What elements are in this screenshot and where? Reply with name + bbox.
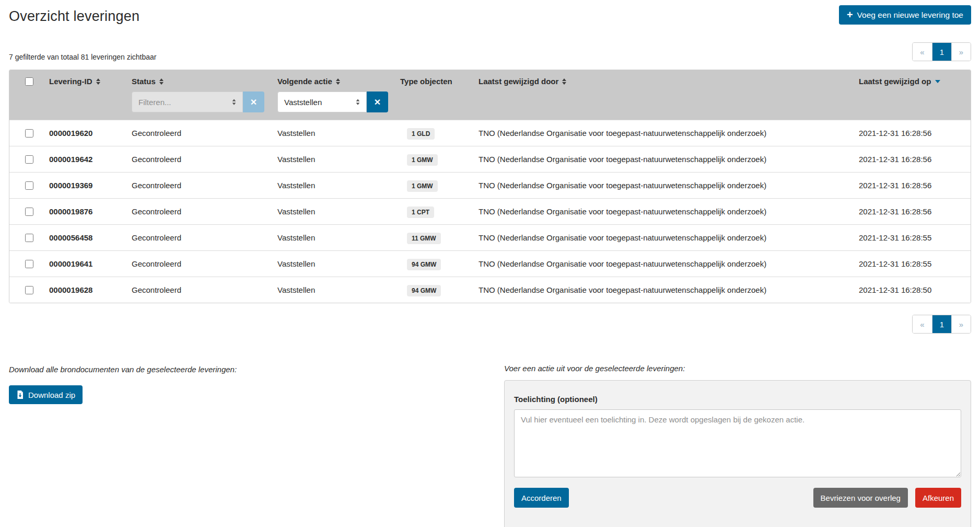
download-zip-button[interactable]: Download zip bbox=[9, 385, 83, 404]
pagination-next-button[interactable]: » bbox=[951, 43, 971, 61]
column-header-label: Laatst gewijzigd door bbox=[479, 77, 558, 86]
type-objecten-badge: 1 GMW bbox=[407, 154, 438, 166]
pagination-prev-button[interactable]: « bbox=[913, 315, 932, 333]
row-checkbox[interactable] bbox=[25, 260, 33, 268]
table-row[interactable]: 0000056458 Gecontroleerd Vaststellen 11 … bbox=[9, 224, 971, 250]
overzicht-leveringen-page: Overzicht leveringen + Voeg een nieuwe l… bbox=[0, 0, 980, 527]
download-note: Download alle brondocumenten van de gese… bbox=[9, 365, 504, 374]
pagination-bottom: « 1 » bbox=[912, 315, 971, 334]
table-row[interactable]: 0000019641 Gecontroleerd Vaststellen 94 … bbox=[9, 250, 971, 277]
download-section: Download alle brondocumenten van de gese… bbox=[9, 364, 504, 404]
type-objecten-cell: 1 GMW bbox=[400, 155, 479, 164]
row-checkbox[interactable] bbox=[25, 129, 33, 138]
type-objecten-cell: 11 GMW bbox=[400, 233, 479, 242]
checkbox-cell bbox=[9, 181, 49, 190]
action-note: Voer een actie uit voor de geselecteerde… bbox=[504, 364, 971, 373]
column-header-label: Type objecten bbox=[400, 77, 452, 86]
bevriezen-voor-overleg-button[interactable]: Bevriezen voor overleg bbox=[813, 488, 908, 508]
volgende-actie-filter-cell: Vaststellen ✕ bbox=[277, 91, 400, 112]
levering-id-cell[interactable]: 0000019876 bbox=[49, 207, 132, 216]
volgende-actie-cell: Vaststellen bbox=[277, 181, 400, 190]
levering-id-cell[interactable]: 0000056458 bbox=[49, 233, 132, 242]
checkbox-cell bbox=[9, 208, 49, 216]
gewijzigd-door-cell: TNO (Nederlandse Organisatie voor toegep… bbox=[479, 181, 859, 190]
checkbox-cell bbox=[9, 260, 49, 268]
column-header-gewijzigd-door[interactable]: Laatst gewijzigd door bbox=[479, 77, 859, 86]
volgende-actie-filter-group: Vaststellen ✕ bbox=[277, 91, 400, 112]
gewijzigd-op-cell: 2021-12-31 16:28:56 bbox=[859, 155, 971, 164]
volgende-actie-filter-select[interactable]: Vaststellen bbox=[277, 91, 367, 112]
accorderen-button[interactable]: Accorderen bbox=[514, 488, 569, 508]
leveringen-table: Levering-ID Status Volgende actie Type o… bbox=[9, 70, 971, 303]
select-all-checkbox[interactable] bbox=[25, 77, 33, 86]
pagination-next-button[interactable]: » bbox=[951, 315, 971, 333]
plus-icon: + bbox=[847, 9, 853, 20]
toelichting-textarea[interactable] bbox=[514, 409, 961, 477]
column-header-levering-id[interactable]: Levering-ID bbox=[49, 77, 132, 86]
status-filter-group: Filteren... ✕ bbox=[132, 91, 277, 112]
select-chevron-icon bbox=[232, 99, 236, 105]
gewijzigd-op-cell: 2021-12-31 16:28:56 bbox=[859, 129, 971, 138]
table-filter-row: Filteren... ✕ Vaststellen ✕ bbox=[9, 91, 971, 112]
volgende-actie-filter-value: Vaststellen bbox=[284, 98, 322, 107]
volgende-actie-cell: Vaststellen bbox=[277, 129, 400, 138]
gewijzigd-door-cell: TNO (Nederlandse Organisatie voor toegep… bbox=[479, 207, 859, 216]
checkbox-cell bbox=[9, 234, 49, 242]
volgende-actie-cell: Vaststellen bbox=[277, 259, 400, 268]
levering-id-cell[interactable]: 0000019628 bbox=[49, 285, 132, 294]
pagination-page-1[interactable]: 1 bbox=[932, 315, 951, 333]
gewijzigd-door-cell: TNO (Nederlandse Organisatie voor toegep… bbox=[479, 155, 859, 164]
status-cell: Gecontroleerd bbox=[132, 207, 277, 216]
column-header-label: Status bbox=[132, 77, 156, 86]
table-row[interactable]: 0000019876 Gecontroleerd Vaststellen 1 C… bbox=[9, 198, 971, 224]
sort-icon bbox=[336, 78, 340, 85]
table-header-labels: Levering-ID Status Volgende actie Type o… bbox=[9, 77, 971, 86]
row-checkbox[interactable] bbox=[25, 181, 33, 190]
column-header-gewijzigd-op[interactable]: Laatst gewijzigd op bbox=[859, 77, 971, 86]
status-filter-clear-button[interactable]: ✕ bbox=[243, 91, 264, 112]
status-cell: Gecontroleerd bbox=[132, 129, 277, 138]
table-row[interactable]: 0000019369 Gecontroleerd Vaststellen 1 G… bbox=[9, 172, 971, 198]
add-delivery-button[interactable]: + Voeg een nieuwe levering toe bbox=[839, 5, 971, 25]
pagination-page-1[interactable]: 1 bbox=[932, 43, 951, 61]
gewijzigd-op-cell: 2021-12-31 16:28:55 bbox=[859, 233, 971, 242]
type-objecten-cell: 1 CPT bbox=[400, 207, 479, 216]
column-header-status[interactable]: Status bbox=[132, 77, 277, 86]
pagination-prev-button[interactable]: « bbox=[913, 43, 932, 61]
type-objecten-badge: 1 GMW bbox=[407, 180, 438, 192]
gewijzigd-op-cell: 2021-12-31 16:28:55 bbox=[859, 259, 971, 268]
action-panel: Toelichting (optioneel) Accorderen Bevri… bbox=[504, 380, 971, 527]
column-header-label: Laatst gewijzigd op bbox=[859, 77, 931, 86]
column-header-volgende-actie[interactable]: Volgende actie bbox=[277, 77, 400, 86]
type-objecten-cell: 1 GLD bbox=[400, 129, 479, 138]
gewijzigd-op-cell: 2021-12-31 16:28:50 bbox=[859, 285, 971, 294]
afkeuren-button[interactable]: Afkeuren bbox=[915, 488, 961, 508]
levering-id-cell[interactable]: 0000019641 bbox=[49, 259, 132, 268]
table-row[interactable]: 0000019620 Gecontroleerd Vaststellen 1 G… bbox=[9, 120, 971, 146]
table-row[interactable]: 0000019642 Gecontroleerd Vaststellen 1 G… bbox=[9, 146, 971, 172]
status-cell: Gecontroleerd bbox=[132, 285, 277, 294]
status-cell: Gecontroleerd bbox=[132, 233, 277, 242]
row-checkbox[interactable] bbox=[25, 208, 33, 216]
levering-id-cell[interactable]: 0000019620 bbox=[49, 129, 132, 138]
levering-id-cell[interactable]: 0000019369 bbox=[49, 181, 132, 190]
status-cell: Gecontroleerd bbox=[132, 155, 277, 164]
levering-id-cell[interactable]: 0000019642 bbox=[49, 155, 132, 164]
volgende-actie-filter-clear-button[interactable]: ✕ bbox=[367, 91, 388, 112]
row-checkbox[interactable] bbox=[25, 234, 33, 242]
bottom-sections: Download alle brondocumenten van de gese… bbox=[9, 364, 971, 527]
gewijzigd-door-cell: TNO (Nederlandse Organisatie voor toegep… bbox=[479, 233, 859, 242]
select-chevron-icon bbox=[356, 99, 360, 105]
download-zip-label: Download zip bbox=[28, 391, 75, 399]
gewijzigd-op-cell: 2021-12-31 16:28:56 bbox=[859, 181, 971, 190]
pagination-bottom-row: « 1 » bbox=[9, 315, 971, 334]
row-checkbox[interactable] bbox=[25, 155, 33, 164]
table-row[interactable]: 0000019628 Gecontroleerd Vaststellen 94 … bbox=[9, 277, 971, 303]
filter-summary: 7 gefilterde van totaal 81 leveringen zi… bbox=[9, 53, 157, 61]
type-objecten-badge: 94 GMW bbox=[407, 285, 441, 296]
gewijzigd-door-cell: TNO (Nederlandse Organisatie voor toegep… bbox=[479, 129, 859, 138]
status-filter-select[interactable]: Filteren... bbox=[132, 91, 243, 112]
page-title: Overzicht leveringen bbox=[9, 8, 139, 25]
gewijzigd-door-cell: TNO (Nederlandse Organisatie voor toegep… bbox=[479, 259, 859, 268]
row-checkbox[interactable] bbox=[25, 286, 33, 294]
